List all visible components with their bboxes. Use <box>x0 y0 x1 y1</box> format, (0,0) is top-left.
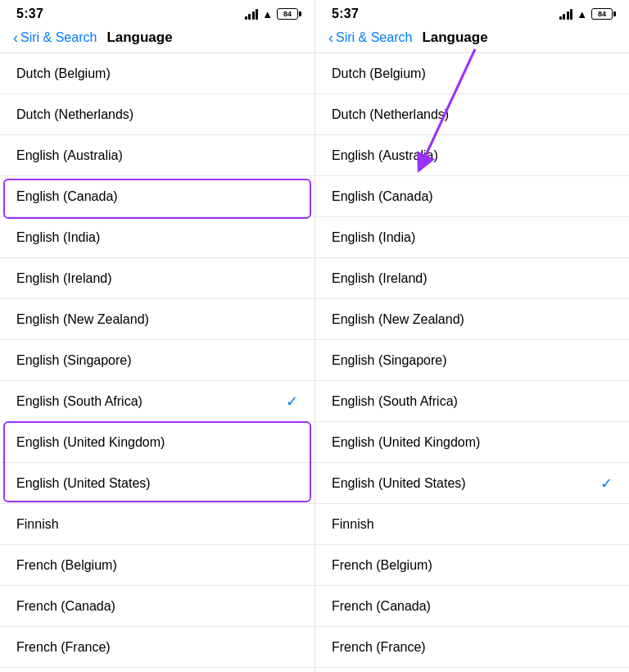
right-panel: 5:37 ▲ 84 ‹ Siri & Search Language <box>314 0 629 672</box>
list-item[interactable]: English (Ireland) <box>0 258 314 299</box>
back-chevron-left: ‹ <box>13 30 18 45</box>
language-list-right: Dutch (Belgium) Dutch (Netherlands) Engl… <box>315 53 629 672</box>
list-item-uk[interactable]: English (United Kingdom) <box>0 422 314 463</box>
list-item-us[interactable]: English (United States) <box>0 463 314 504</box>
wifi-icon-right: ▲ <box>577 8 587 20</box>
list-item[interactable]: English (Ireland) <box>315 258 629 299</box>
page-title-right: Language <box>422 30 487 46</box>
time-right: 5:37 <box>332 7 359 21</box>
battery-icon-left: 84 <box>277 8 298 20</box>
list-item[interactable]: Finnish <box>0 504 314 545</box>
list-item[interactable]: Dutch (Netherlands) <box>0 94 314 135</box>
list-item[interactable]: French (Switzerland) <box>0 668 314 672</box>
list-item[interactable]: French (Canada) <box>0 586 314 627</box>
list-item[interactable]: English (Australia) <box>315 135 629 176</box>
panel-inner-left: Dutch (Belgium) Dutch (Netherlands) Engl… <box>0 53 314 672</box>
back-chevron-right: ‹ <box>328 30 333 45</box>
back-label-left: Siri & Search <box>20 30 97 45</box>
list-item[interactable]: English (India) <box>315 217 629 258</box>
list-item[interactable]: Dutch (Netherlands) <box>315 94 629 135</box>
battery-icon-right: 84 <box>591 8 613 20</box>
list-item[interactable]: French (Canada) <box>315 586 629 627</box>
back-button-left[interactable]: ‹ Siri & Search <box>13 30 97 45</box>
list-item[interactable]: Dutch (Belgium) <box>315 53 629 94</box>
list-item-south-africa-right[interactable]: English (South Africa) <box>315 381 629 422</box>
language-list-left: Dutch (Belgium) Dutch (Netherlands) Engl… <box>0 53 314 672</box>
list-item[interactable]: English (Singapore) <box>0 340 314 381</box>
list-item[interactable]: English (Australia) <box>0 135 314 176</box>
status-icons-right: ▲ 84 <box>559 8 613 20</box>
status-icons-left: ▲ 84 <box>245 8 298 20</box>
signal-icon-left <box>245 8 259 20</box>
status-bar-right: 5:37 ▲ 84 <box>315 0 629 25</box>
list-item[interactable]: English (Singapore) <box>315 340 629 381</box>
page-title-left: Language <box>106 30 172 46</box>
list-item-us-right[interactable]: English (United States) ✓ <box>315 463 629 504</box>
time-left: 5:37 <box>16 7 43 21</box>
list-item[interactable]: French (France) <box>315 627 629 668</box>
back-button-right[interactable]: ‹ Siri & Search <box>328 30 412 45</box>
nav-bar-right: ‹ Siri & Search Language <box>315 25 629 53</box>
wifi-icon-left: ▲ <box>262 8 273 20</box>
list-item-english-canada-right[interactable]: English (Canada) <box>315 176 629 217</box>
list-item[interactable]: French (Belgium) <box>0 545 314 586</box>
list-item-english-canada[interactable]: English (Canada) <box>0 176 314 217</box>
list-item[interactable]: English (India) <box>0 217 314 258</box>
list-item[interactable]: Finnish <box>315 504 629 545</box>
list-item[interactable]: English (New Zealand) <box>315 299 629 340</box>
list-item-south-africa[interactable]: English (South Africa) ✓ <box>0 381 314 422</box>
list-item[interactable]: French (France) <box>0 627 314 668</box>
list-item[interactable]: French (Switzerland) <box>315 668 629 672</box>
checkmark-icon-right: ✓ <box>600 474 613 493</box>
nav-bar-left: ‹ Siri & Search Language <box>0 25 314 53</box>
left-panel: 5:37 ▲ 84 ‹ Siri & Search Language Dutch <box>0 0 314 672</box>
list-item[interactable]: French (Belgium) <box>315 545 629 586</box>
list-item[interactable]: English (New Zealand) <box>0 299 314 340</box>
signal-icon-right <box>559 8 573 20</box>
list-item[interactable]: Dutch (Belgium) <box>0 53 314 94</box>
list-item-uk-right[interactable]: English (United Kingdom) <box>315 422 629 463</box>
back-label-right: Siri & Search <box>336 30 412 45</box>
panel-inner-right: Dutch (Belgium) Dutch (Netherlands) Engl… <box>315 53 629 672</box>
checkmark-icon: ✓ <box>286 393 298 411</box>
status-bar-left: 5:37 ▲ 84 <box>0 0 314 25</box>
